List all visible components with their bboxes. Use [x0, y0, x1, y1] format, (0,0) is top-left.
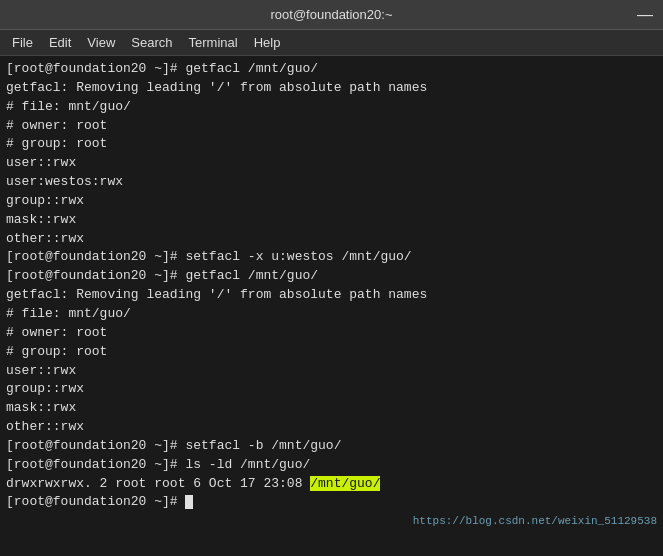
menu-view[interactable]: View: [79, 33, 123, 52]
menu-search[interactable]: Search: [123, 33, 180, 52]
terminal-line: user::rwx: [6, 362, 657, 381]
terminal-line: [root@foundation20 ~]# ls -ld /mnt/guo/: [6, 456, 657, 475]
terminal-line: [root@foundation20 ~]# setfacl -b /mnt/g…: [6, 437, 657, 456]
highlighted-path: /mnt/guo/: [310, 476, 380, 491]
terminal-line: # group: root: [6, 135, 657, 154]
terminal-line: drwxrwxrwx. 2 root root 6 Oct 17 23:08 /…: [6, 475, 657, 494]
terminal-line: # group: root: [6, 343, 657, 362]
terminal-line: user:westos:rwx: [6, 173, 657, 192]
footer-url: https://blog.csdn.net/weixin_51129538: [413, 514, 657, 530]
terminal-line: [root@foundation20 ~]# setfacl -x u:west…: [6, 248, 657, 267]
terminal-cursor: [185, 495, 193, 509]
terminal-line: mask::rwx: [6, 211, 657, 230]
title-bar-text: root@foundation20:~: [271, 7, 393, 22]
terminal-line: [root@foundation20 ~]# getfacl /mnt/guo/: [6, 267, 657, 286]
menu-bar: File Edit View Search Terminal Help: [0, 30, 663, 56]
menu-help[interactable]: Help: [246, 33, 289, 52]
terminal-line: [root@foundation20 ~]#: [6, 493, 657, 512]
terminal-line: # owner: root: [6, 324, 657, 343]
terminal-line: # owner: root: [6, 117, 657, 136]
menu-file[interactable]: File: [4, 33, 41, 52]
menu-edit[interactable]: Edit: [41, 33, 79, 52]
title-bar: root@foundation20:~ —: [0, 0, 663, 30]
terminal-line: group::rwx: [6, 192, 657, 211]
terminal-output[interactable]: [root@foundation20 ~]# getfacl /mnt/guo/…: [0, 56, 663, 556]
terminal-line: group::rwx: [6, 380, 657, 399]
terminal-line: # file: mnt/guo/: [6, 98, 657, 117]
terminal-line: getfacl: Removing leading '/' from absol…: [6, 79, 657, 98]
terminal-line: [root@foundation20 ~]# getfacl /mnt/guo/: [6, 60, 657, 79]
minimize-button[interactable]: —: [637, 6, 653, 24]
menu-terminal[interactable]: Terminal: [181, 33, 246, 52]
terminal-line: getfacl: Removing leading '/' from absol…: [6, 286, 657, 305]
terminal-line: # file: mnt/guo/: [6, 305, 657, 324]
terminal-line: other::rwx: [6, 418, 657, 437]
terminal-line: other::rwx: [6, 230, 657, 249]
terminal-line: mask::rwx: [6, 399, 657, 418]
terminal-line: user::rwx: [6, 154, 657, 173]
